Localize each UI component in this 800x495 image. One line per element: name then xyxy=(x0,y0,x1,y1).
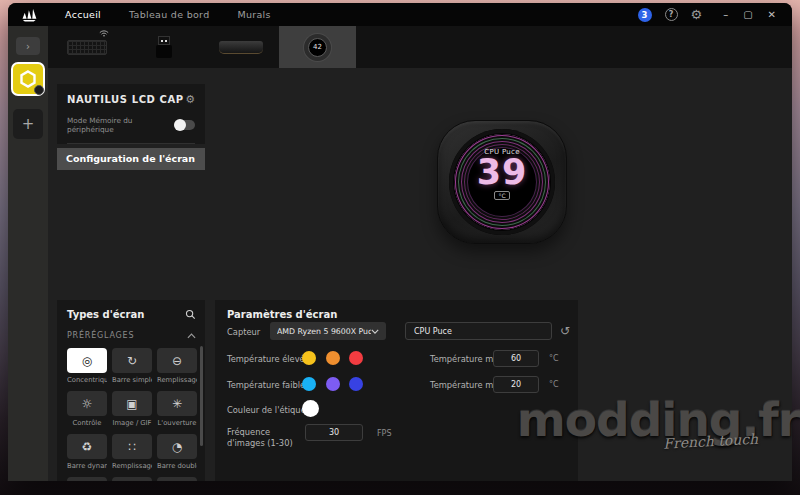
menu-item-murals[interactable]: Murals xyxy=(237,9,270,20)
icue-window: Accueil Tableau de bord Murals 3 ? ⚙ – ▢… xyxy=(8,3,792,481)
keyboard-thumbnail xyxy=(67,40,107,55)
preset-tile-pie[interactable]: ◕ xyxy=(112,477,152,481)
presets-section-label: PRÉRÉGLAGES xyxy=(67,331,134,340)
main-menu: Accueil Tableau de bord Murals xyxy=(65,9,271,20)
label-color-swatch[interactable] xyxy=(302,400,319,417)
preset-label: Barre dynam... xyxy=(67,462,107,471)
scene-rail: › + xyxy=(8,26,48,481)
preset-tile-control[interactable]: ☼ xyxy=(67,391,107,416)
preset-label: Barre simple xyxy=(112,376,152,385)
lcd-cap-thumbnail: 42 xyxy=(304,34,331,61)
chevron-up-icon[interactable] xyxy=(187,333,196,339)
temp-high-label: Température élevée xyxy=(227,354,310,364)
sensor-select[interactable]: AMD Ryzen 5 9600X Puce xyxy=(270,322,386,340)
screen-settings-panel: Paramètres d'écran Capteur AMD Ryzen 5 9… xyxy=(215,300,578,481)
temp-low-color-1[interactable] xyxy=(302,377,316,391)
device-tab-dongle[interactable] xyxy=(125,26,202,68)
menu-item-home[interactable]: Accueil xyxy=(65,9,101,20)
memory-mode-toggle[interactable] xyxy=(174,120,195,130)
titlebar: Accueil Tableau de bord Murals 3 ? ⚙ – ▢… xyxy=(8,3,792,26)
titlebar-right: 3 ? ⚙ – ▢ ✕ xyxy=(638,8,777,22)
lcd-temperature-value: 39 xyxy=(477,156,528,189)
temp-max-input[interactable] xyxy=(493,350,539,367)
preset-label: Image / GIF xyxy=(112,419,152,428)
lcd-bezel: CPU Puce 39 °C xyxy=(449,129,555,235)
temp-min-input[interactable] xyxy=(493,376,539,393)
memory-mode-label: Mode Mémoire du périphérique xyxy=(67,116,174,134)
help-icon[interactable]: ? xyxy=(665,8,678,21)
temp-low-color-2[interactable] xyxy=(326,377,340,391)
preset-tile-none[interactable]: ∅ xyxy=(67,477,107,481)
preset-tile-image-gif[interactable]: ▣ xyxy=(112,391,152,416)
lcd-cap-thumbnail-value: 42 xyxy=(308,38,327,57)
cooler-thumbnail xyxy=(219,41,263,54)
image-gif-icon: ▣ xyxy=(126,397,137,411)
settings-gear-icon[interactable]: ⚙ xyxy=(691,8,703,21)
sensor-select-value: AMD Ryzen 5 9600X Puce xyxy=(277,327,371,336)
maximize-button[interactable]: ▢ xyxy=(743,9,752,20)
temp-high-color-1[interactable] xyxy=(302,351,316,365)
fill-icon: ⊖ xyxy=(172,354,182,368)
control-icon: ☼ xyxy=(82,397,93,411)
device-tabstrip: 42 xyxy=(48,26,792,68)
preset-tile-double-bar[interactable]: ◔ xyxy=(157,434,197,459)
fps-label-line2: d'images (1-30) xyxy=(227,438,293,448)
device-tab-cooler[interactable] xyxy=(202,26,279,68)
single-bar-icon: ↻ xyxy=(127,354,137,368)
window-controls: – ▢ ✕ xyxy=(723,9,776,20)
preset-tile-fill-2[interactable]: ∷ xyxy=(112,434,152,459)
notification-badge[interactable]: 3 xyxy=(638,8,652,22)
fps-unit: FPS xyxy=(377,429,392,438)
add-scene-button[interactable]: + xyxy=(13,109,43,139)
corsair-logo-icon xyxy=(21,7,41,22)
preset-tile-concentric[interactable]: ◎ xyxy=(67,348,107,373)
double-bar-icon: ◔ xyxy=(172,440,182,454)
minimize-button[interactable]: – xyxy=(723,9,728,20)
preset-label: Contrôle xyxy=(67,419,107,428)
main-content: NAUTILUS LCD CAP ⚙ Mode Mémoire du périp… xyxy=(48,68,792,481)
sensor-label: Capteur xyxy=(227,327,260,337)
preset-label: Remplissage ... xyxy=(112,462,152,471)
temp-low-label: Température faible xyxy=(227,380,305,390)
concentric-icon: ◎ xyxy=(82,354,92,368)
types-scrollbar[interactable] xyxy=(200,346,203,446)
device-gear-icon[interactable]: ⚙ xyxy=(185,93,195,106)
nav-item-screen-configuration[interactable]: Configuration de l'écran xyxy=(57,148,205,170)
fps-input[interactable] xyxy=(305,424,363,441)
preset-tile-aperture[interactable]: ✳ xyxy=(157,391,197,416)
lcd-screen: CPU Puce 39 °C xyxy=(454,134,550,230)
device-tab-lcd-cap[interactable]: 42 xyxy=(279,26,356,68)
temp-low-color-3[interactable] xyxy=(349,377,363,391)
scene-badge xyxy=(34,85,44,95)
aperture-icon: ✳ xyxy=(172,397,182,411)
temp-min-unit: °C xyxy=(549,380,559,389)
toggle-knob xyxy=(174,119,186,131)
wifi-icon xyxy=(99,29,109,37)
temp-high-color-2[interactable] xyxy=(326,351,340,365)
dynamic-bar-icon: ♻ xyxy=(82,440,93,454)
preset-tile-clock[interactable]: ◷ xyxy=(157,477,197,481)
device-title: NAUTILUS LCD CAP xyxy=(67,94,184,105)
close-button[interactable]: ✕ xyxy=(768,9,776,20)
preset-label: Concentrique xyxy=(67,376,107,385)
active-scene-button[interactable] xyxy=(11,62,45,96)
temp-max-unit: °C xyxy=(549,354,559,363)
preset-label: Barre double xyxy=(157,462,197,471)
lcd-unit-badge: °C xyxy=(494,191,510,200)
preset-grid: ◎Concentrique ↻Barre simple ⊖Remplissage… xyxy=(67,348,196,481)
device-tab-keyboard[interactable] xyxy=(48,26,125,68)
preset-label: Remplissage ... xyxy=(157,376,197,385)
label-text-input[interactable] xyxy=(405,322,552,340)
preset-tile-dynamic-bar[interactable]: ♻ xyxy=(67,434,107,459)
search-icon[interactable] xyxy=(185,309,196,320)
device-panel: NAUTILUS LCD CAP ⚙ Mode Mémoire du périp… xyxy=(57,84,205,170)
menu-item-dashboard[interactable]: Tableau de bord xyxy=(129,9,209,20)
app-body: › + xyxy=(8,26,792,481)
rail-collapse-button[interactable]: › xyxy=(16,37,40,55)
preset-tile-fill[interactable]: ⊖ xyxy=(157,348,197,373)
preset-tile-single-bar[interactable]: ↻ xyxy=(112,348,152,373)
screen-types-panel: Types d'écran PRÉRÉGLAGES ◎Conc xyxy=(57,300,205,481)
reset-icon[interactable]: ↺ xyxy=(560,324,570,338)
temp-high-color-3[interactable] xyxy=(349,351,363,365)
chevron-down-icon xyxy=(371,329,379,334)
